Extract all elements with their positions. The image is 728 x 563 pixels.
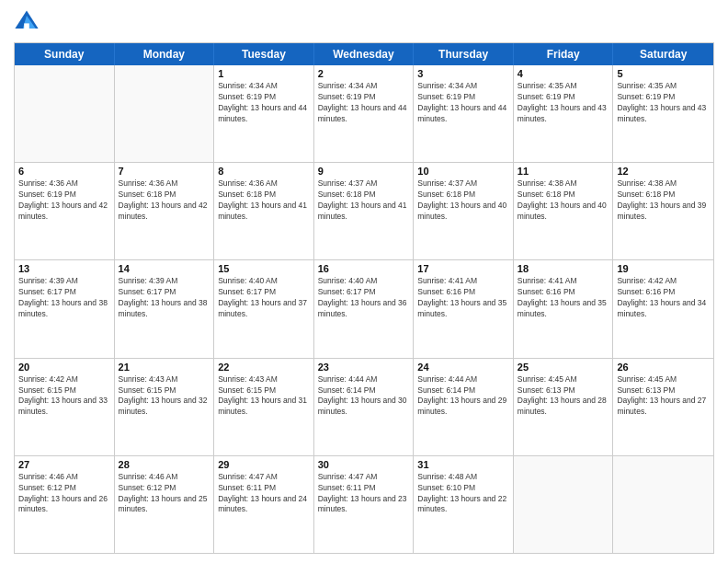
calendar-cell-1-6: 4Sunrise: 4:35 AM Sunset: 6:19 PM Daylig… bbox=[514, 65, 614, 162]
calendar-cell-5-7 bbox=[613, 456, 713, 553]
calendar-cell-5-6 bbox=[514, 456, 614, 553]
day-info: Sunrise: 4:34 AM Sunset: 6:19 PM Dayligh… bbox=[218, 81, 310, 125]
calendar-body: 1Sunrise: 4:34 AM Sunset: 6:19 PM Daylig… bbox=[15, 65, 713, 553]
calendar-cell-2-3: 8Sunrise: 4:36 AM Sunset: 6:18 PM Daylig… bbox=[214, 163, 314, 259]
day-info: Sunrise: 4:38 AM Sunset: 6:18 PM Dayligh… bbox=[617, 178, 710, 223]
calendar-cell-2-4: 9Sunrise: 4:37 AM Sunset: 6:18 PM Daylig… bbox=[314, 163, 415, 259]
day-number: 3 bbox=[417, 68, 509, 79]
calendar-cell-4-2: 21Sunrise: 4:43 AM Sunset: 6:15 PM Dayli… bbox=[115, 359, 215, 455]
day-info: Sunrise: 4:36 AM Sunset: 6:19 PM Dayligh… bbox=[18, 178, 110, 223]
day-info: Sunrise: 4:39 AM Sunset: 6:17 PM Dayligh… bbox=[119, 276, 210, 320]
calendar-cell-3-1: 13Sunrise: 4:39 AM Sunset: 6:17 PM Dayli… bbox=[15, 260, 115, 357]
day-info: Sunrise: 4:44 AM Sunset: 6:14 PM Dayligh… bbox=[417, 374, 509, 419]
calendar-cell-1-1 bbox=[15, 65, 115, 162]
calendar-row-5: 27Sunrise: 4:46 AM Sunset: 6:12 PM Dayli… bbox=[15, 455, 713, 553]
calendar-cell-3-6: 18Sunrise: 4:41 AM Sunset: 6:16 PM Dayli… bbox=[514, 260, 614, 357]
day-number: 4 bbox=[518, 68, 609, 79]
day-number: 24 bbox=[417, 362, 509, 373]
day-number: 5 bbox=[617, 68, 710, 79]
day-info: Sunrise: 4:46 AM Sunset: 6:12 PM Dayligh… bbox=[119, 472, 210, 516]
day-info: Sunrise: 4:44 AM Sunset: 6:14 PM Dayligh… bbox=[318, 374, 410, 419]
header-day-friday: Friday bbox=[514, 43, 614, 65]
day-info: Sunrise: 4:37 AM Sunset: 6:18 PM Dayligh… bbox=[417, 178, 509, 223]
day-number: 31 bbox=[417, 459, 509, 470]
day-info: Sunrise: 4:45 AM Sunset: 6:13 PM Dayligh… bbox=[518, 374, 609, 419]
day-number: 13 bbox=[18, 263, 110, 274]
calendar-cell-1-7: 5Sunrise: 4:35 AM Sunset: 6:19 PM Daylig… bbox=[613, 65, 713, 162]
day-number: 15 bbox=[218, 263, 310, 274]
day-info: Sunrise: 4:41 AM Sunset: 6:16 PM Dayligh… bbox=[417, 276, 509, 320]
svg-rect-2 bbox=[24, 23, 29, 29]
calendar-cell-3-7: 19Sunrise: 4:42 AM Sunset: 6:16 PM Dayli… bbox=[613, 260, 713, 357]
day-info: Sunrise: 4:34 AM Sunset: 6:19 PM Dayligh… bbox=[417, 81, 509, 125]
day-number: 1 bbox=[218, 68, 310, 79]
calendar-cell-4-6: 25Sunrise: 4:45 AM Sunset: 6:13 PM Dayli… bbox=[514, 359, 614, 455]
calendar-cell-1-5: 3Sunrise: 4:34 AM Sunset: 6:19 PM Daylig… bbox=[414, 65, 514, 162]
day-number: 6 bbox=[18, 166, 110, 177]
calendar-cell-1-2 bbox=[115, 65, 215, 162]
day-info: Sunrise: 4:39 AM Sunset: 6:17 PM Dayligh… bbox=[18, 276, 110, 320]
calendar-cell-3-3: 15Sunrise: 4:40 AM Sunset: 6:17 PM Dayli… bbox=[214, 260, 314, 357]
day-number: 29 bbox=[218, 459, 310, 470]
day-number: 28 bbox=[119, 459, 210, 470]
day-number: 10 bbox=[417, 166, 509, 177]
calendar-cell-3-4: 16Sunrise: 4:40 AM Sunset: 6:17 PM Dayli… bbox=[314, 260, 415, 357]
calendar-cell-4-4: 23Sunrise: 4:44 AM Sunset: 6:14 PM Dayli… bbox=[314, 359, 415, 455]
day-number: 22 bbox=[218, 362, 310, 373]
day-info: Sunrise: 4:40 AM Sunset: 6:17 PM Dayligh… bbox=[218, 276, 310, 320]
calendar-cell-5-4: 30Sunrise: 4:47 AM Sunset: 6:11 PM Dayli… bbox=[314, 456, 415, 553]
header-day-wednesday: Wednesday bbox=[314, 43, 415, 65]
day-number: 27 bbox=[18, 459, 110, 470]
header-day-sunday: Sunday bbox=[15, 43, 115, 65]
logo-icon bbox=[14, 9, 40, 35]
day-number: 17 bbox=[417, 263, 509, 274]
day-number: 20 bbox=[18, 362, 110, 373]
day-number: 25 bbox=[518, 362, 609, 373]
day-info: Sunrise: 4:35 AM Sunset: 6:19 PM Dayligh… bbox=[518, 81, 609, 125]
day-info: Sunrise: 4:41 AM Sunset: 6:16 PM Dayligh… bbox=[518, 276, 609, 320]
header-day-monday: Monday bbox=[115, 43, 215, 65]
page-header bbox=[14, 9, 714, 35]
day-number: 8 bbox=[218, 166, 310, 177]
day-number: 19 bbox=[617, 263, 710, 274]
header-day-thursday: Thursday bbox=[414, 43, 514, 65]
day-number: 30 bbox=[318, 459, 410, 470]
calendar: SundayMondayTuesdayWednesdayThursdayFrid… bbox=[14, 42, 714, 554]
header-day-saturday: Saturday bbox=[613, 43, 713, 65]
day-number: 26 bbox=[617, 362, 710, 373]
day-info: Sunrise: 4:43 AM Sunset: 6:15 PM Dayligh… bbox=[218, 374, 310, 419]
calendar-cell-2-1: 6Sunrise: 4:36 AM Sunset: 6:19 PM Daylig… bbox=[15, 163, 115, 259]
calendar-cell-4-7: 26Sunrise: 4:45 AM Sunset: 6:13 PM Dayli… bbox=[613, 359, 713, 455]
day-number: 11 bbox=[518, 166, 609, 177]
calendar-page: SundayMondayTuesdayWednesdayThursdayFrid… bbox=[0, 0, 728, 563]
calendar-row-1: 1Sunrise: 4:34 AM Sunset: 6:19 PM Daylig… bbox=[15, 65, 713, 162]
day-info: Sunrise: 4:36 AM Sunset: 6:18 PM Dayligh… bbox=[119, 178, 210, 223]
day-info: Sunrise: 4:45 AM Sunset: 6:13 PM Dayligh… bbox=[617, 374, 710, 419]
day-info: Sunrise: 4:48 AM Sunset: 6:10 PM Dayligh… bbox=[417, 472, 509, 516]
day-info: Sunrise: 4:46 AM Sunset: 6:12 PM Dayligh… bbox=[18, 472, 110, 516]
day-number: 16 bbox=[318, 263, 410, 274]
calendar-cell-5-5: 31Sunrise: 4:48 AM Sunset: 6:10 PM Dayli… bbox=[414, 456, 514, 553]
calendar-cell-3-2: 14Sunrise: 4:39 AM Sunset: 6:17 PM Dayli… bbox=[115, 260, 215, 357]
logo bbox=[14, 9, 43, 35]
day-number: 7 bbox=[119, 166, 210, 177]
day-info: Sunrise: 4:36 AM Sunset: 6:18 PM Dayligh… bbox=[218, 178, 310, 223]
calendar-cell-3-5: 17Sunrise: 4:41 AM Sunset: 6:16 PM Dayli… bbox=[414, 260, 514, 357]
day-info: Sunrise: 4:40 AM Sunset: 6:17 PM Dayligh… bbox=[318, 276, 410, 320]
day-number: 14 bbox=[119, 263, 210, 274]
calendar-cell-4-3: 22Sunrise: 4:43 AM Sunset: 6:15 PM Dayli… bbox=[214, 359, 314, 455]
day-info: Sunrise: 4:37 AM Sunset: 6:18 PM Dayligh… bbox=[318, 178, 410, 223]
calendar-cell-5-1: 27Sunrise: 4:46 AM Sunset: 6:12 PM Dayli… bbox=[15, 456, 115, 553]
calendar-cell-2-7: 12Sunrise: 4:38 AM Sunset: 6:18 PM Dayli… bbox=[613, 163, 713, 259]
calendar-row-2: 6Sunrise: 4:36 AM Sunset: 6:19 PM Daylig… bbox=[15, 162, 713, 259]
calendar-header: SundayMondayTuesdayWednesdayThursdayFrid… bbox=[15, 43, 713, 65]
calendar-cell-2-5: 10Sunrise: 4:37 AM Sunset: 6:18 PM Dayli… bbox=[414, 163, 514, 259]
calendar-cell-1-3: 1Sunrise: 4:34 AM Sunset: 6:19 PM Daylig… bbox=[214, 65, 314, 162]
day-number: 12 bbox=[617, 166, 710, 177]
day-info: Sunrise: 4:38 AM Sunset: 6:18 PM Dayligh… bbox=[518, 178, 609, 223]
calendar-row-3: 13Sunrise: 4:39 AM Sunset: 6:17 PM Dayli… bbox=[15, 259, 713, 357]
day-info: Sunrise: 4:47 AM Sunset: 6:11 PM Dayligh… bbox=[218, 472, 310, 516]
calendar-row-4: 20Sunrise: 4:42 AM Sunset: 6:15 PM Dayli… bbox=[15, 358, 713, 455]
day-number: 23 bbox=[318, 362, 410, 373]
day-info: Sunrise: 4:34 AM Sunset: 6:19 PM Dayligh… bbox=[318, 81, 410, 125]
